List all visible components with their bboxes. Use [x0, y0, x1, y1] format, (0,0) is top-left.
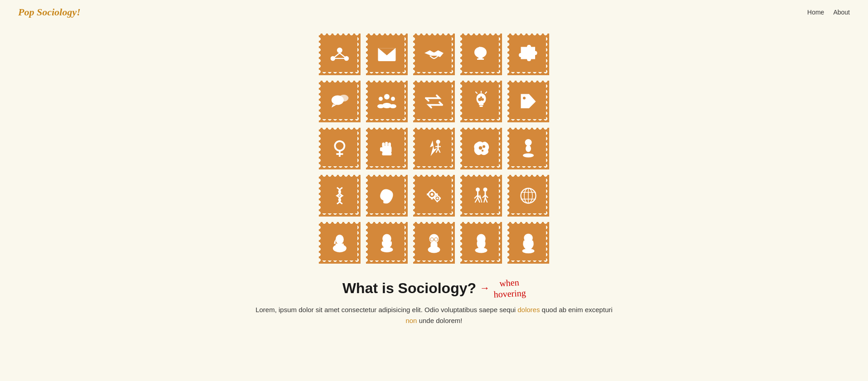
stamp-female-symbol[interactable]	[319, 128, 361, 169]
stamp-row-5	[319, 222, 549, 264]
highlight-dolores: dolores	[517, 306, 540, 313]
svg-point-24	[523, 97, 526, 100]
svg-point-36	[483, 145, 485, 148]
section-body: Lorem, ipsum dolor sit amet consectetur …	[253, 304, 615, 326]
stamp-raised-fist[interactable]	[366, 128, 408, 169]
svg-rect-48	[427, 193, 429, 196]
svg-line-57	[480, 195, 482, 203]
site-title[interactable]: Pop Sociology!	[18, 6, 81, 18]
stamp-gears[interactable]	[413, 175, 455, 217]
stamp-mind-lightning[interactable]	[460, 34, 502, 75]
stamp-grid	[0, 34, 868, 264]
stamp-person4[interactable]	[460, 222, 502, 264]
stamp-social-network[interactable]	[319, 34, 361, 75]
stamp-row-3	[319, 128, 549, 169]
stamp-puzzle[interactable]	[507, 34, 549, 75]
svg-point-35	[479, 146, 483, 150]
bottom-section: What is Sociology? → when hovering Lorem…	[0, 277, 868, 326]
stamp-idea[interactable]	[460, 81, 502, 122]
svg-point-34	[436, 140, 440, 144]
stamp-group[interactable]	[366, 81, 408, 122]
main-nav: Pop Sociology! Home About	[0, 0, 868, 24]
svg-rect-9	[477, 58, 484, 60]
highlight-non: non	[405, 317, 417, 324]
svg-point-0	[337, 48, 342, 53]
stamp-conversation[interactable]	[319, 81, 361, 122]
svg-point-17	[390, 104, 396, 108]
stamp-chess-pawn[interactable]	[507, 128, 549, 169]
annotation-text: when hovering	[493, 276, 527, 300]
nav-home[interactable]: Home	[807, 9, 824, 16]
section-title-container: What is Sociology? → when hovering	[342, 277, 526, 299]
svg-line-4	[340, 53, 346, 58]
svg-rect-72	[431, 243, 438, 250]
svg-rect-55	[439, 198, 441, 199]
annotation-arrow: →	[480, 282, 490, 294]
nav-links: Home About	[807, 9, 850, 16]
svg-rect-46	[431, 189, 433, 192]
svg-point-77	[475, 248, 488, 253]
svg-rect-52	[436, 195, 438, 197]
svg-rect-54	[434, 198, 435, 199]
svg-rect-31	[388, 143, 391, 148]
svg-rect-66	[336, 244, 344, 249]
stamp-envelope[interactable]	[366, 34, 408, 75]
stamp-dna[interactable]	[319, 175, 361, 217]
svg-rect-47	[431, 198, 433, 200]
stamp-person1[interactable]	[319, 222, 361, 264]
stamp-conflict[interactable]	[413, 128, 455, 169]
stamp-row-2	[319, 81, 549, 122]
svg-point-7	[474, 47, 487, 58]
svg-point-64	[336, 235, 344, 244]
svg-point-56	[476, 188, 480, 192]
svg-point-40	[523, 154, 534, 158]
svg-point-51	[436, 198, 439, 200]
svg-point-12	[384, 94, 390, 100]
svg-point-13	[379, 97, 383, 101]
svg-point-14	[391, 97, 395, 101]
stamp-person2[interactable]	[366, 222, 408, 264]
stamp-handshake[interactable]	[413, 34, 455, 75]
svg-line-3	[333, 53, 340, 58]
svg-point-58	[483, 188, 488, 192]
section-title: What is Sociology?	[342, 280, 476, 297]
stamp-person5[interactable]	[507, 222, 549, 264]
svg-rect-32	[380, 147, 383, 151]
svg-rect-29	[382, 143, 385, 148]
svg-point-23	[480, 96, 483, 99]
svg-point-22	[481, 98, 484, 101]
svg-point-39	[526, 145, 531, 152]
svg-point-37	[482, 150, 484, 152]
svg-point-38	[525, 139, 532, 146]
svg-point-79	[522, 249, 535, 254]
nav-about[interactable]: About	[833, 9, 850, 16]
stamp-tag[interactable]	[507, 81, 549, 122]
svg-rect-53	[436, 201, 438, 203]
stamp-elderly[interactable]	[460, 175, 502, 217]
svg-rect-19	[479, 104, 484, 106]
svg-rect-33	[382, 153, 392, 155]
svg-point-69	[381, 247, 393, 252]
svg-point-16	[377, 104, 384, 108]
stamp-tangle[interactable]	[366, 175, 408, 217]
svg-point-11	[339, 95, 349, 101]
stamp-row-4	[319, 175, 549, 217]
stamp-globe[interactable]	[507, 175, 549, 217]
svg-point-45	[431, 193, 434, 196]
svg-rect-30	[385, 142, 388, 147]
svg-point-25	[335, 141, 345, 151]
stamp-exchange[interactable]	[413, 81, 455, 122]
svg-rect-20	[479, 106, 483, 107]
stamp-brain-gears[interactable]	[460, 128, 502, 169]
stamp-row-1	[319, 34, 549, 75]
stamp-person3[interactable]	[413, 222, 455, 264]
